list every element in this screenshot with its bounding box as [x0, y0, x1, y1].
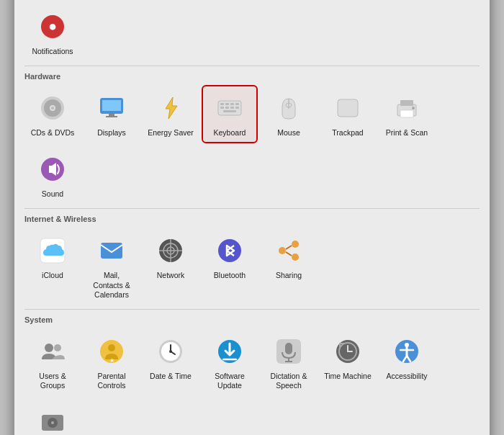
pref-item-mail[interactable]: Mail, Contacts & Calendars [84, 228, 140, 306]
section-label-hardware: Hardware [24, 72, 480, 81]
svg-point-76 [169, 350, 172, 353]
svg-point-62 [292, 241, 299, 248]
pref-item-displays[interactable]: Displays [84, 85, 140, 144]
pref-item-software[interactable]: Software Update [202, 328, 258, 397]
svg-rect-45 [223, 110, 236, 112]
pref-label-notifications: Notifications [32, 47, 73, 57]
pref-label-sound: Sound [42, 189, 63, 199]
svg-point-61 [218, 239, 241, 262]
svg-point-95 [51, 421, 54, 424]
pref-icon-sound [35, 152, 70, 187]
svg-rect-38 [225, 103, 229, 105]
section-grid-system: Users & Groups★Parental ControlsDate & T… [24, 328, 480, 435]
pref-icon-datetime [153, 334, 188, 369]
pref-label-keyboard: Keyboard [214, 128, 246, 138]
pref-label-cds: CDs & DVDs [31, 128, 75, 138]
pref-icon-print [390, 91, 424, 125]
svg-point-63 [279, 247, 286, 254]
pref-item-dock[interactable]: Dock [143, 0, 199, 1]
divider-hardware [24, 208, 480, 209]
svg-rect-39 [230, 103, 234, 105]
pref-label-trackpad: Trackpad [332, 128, 363, 138]
pref-label-datetime: Date & Time [150, 372, 192, 382]
pref-icon-keyboard [212, 91, 247, 125]
svg-rect-42 [225, 107, 229, 109]
pref-item-trackpad[interactable]: Trackpad [320, 85, 376, 144]
pref-item-notifications[interactable]: ●Notifications [24, 4, 81, 63]
svg-rect-34 [109, 114, 114, 116]
pref-icon-users [35, 334, 70, 369]
pref-item-spotlight[interactable]: Spotlight [379, 0, 435, 1]
pref-icon-timemachine [330, 334, 365, 369]
pref-icon-software [212, 334, 247, 369]
pref-label-parental: Parental Controls [88, 372, 135, 391]
pref-item-startdisk[interactable]: Startup Disk [24, 400, 81, 435]
pref-item-general[interactable]: ⚙General [24, 0, 81, 1]
svg-rect-50 [400, 100, 413, 106]
pref-item-datetime[interactable]: Date & Time [143, 328, 199, 397]
pref-label-dictation: Dictation & Speech [265, 372, 312, 391]
svg-line-65 [286, 246, 292, 249]
pref-item-print[interactable]: Print & Scan [379, 85, 435, 144]
pref-item-desktop[interactable]: Desktop & Screen Saver [84, 0, 140, 1]
pref-icon-parental: ★ [94, 334, 129, 369]
svg-rect-55 [101, 243, 122, 259]
svg-text:●: ● [48, 18, 57, 34]
svg-text:★: ★ [109, 357, 114, 364]
pref-item-language[interactable]: Language & Text [261, 0, 317, 1]
pref-item-timemachine[interactable]: Time Machine [320, 328, 376, 397]
svg-rect-33 [102, 100, 121, 111]
pref-item-bluetooth[interactable]: Bluetooth [202, 228, 258, 306]
pref-icon-mouse [271, 91, 306, 125]
pref-item-energy[interactable]: Energy Saver [143, 85, 199, 144]
pref-item-dictation[interactable]: Dictation & Speech [261, 328, 317, 397]
pref-icon-icloud [35, 233, 70, 268]
svg-point-70 [108, 344, 115, 351]
pref-item-sharing[interactable]: Sharing [261, 228, 317, 306]
section-grid-hardware: CDs & DVDsDisplaysEnergy SaverKeyboardMo… [24, 85, 480, 205]
pref-label-print: Print & Scan [386, 128, 428, 138]
pref-item-parental[interactable]: ★Parental Controls [84, 328, 140, 397]
pref-icon-displays [94, 91, 129, 125]
pref-label-network: Network [157, 271, 185, 281]
pref-label-displays: Displays [97, 128, 126, 138]
pref-icon-energy [153, 91, 188, 125]
pref-label-mouse: Mouse [277, 128, 300, 138]
svg-rect-41 [220, 107, 224, 109]
pref-label-accessibility: Accessibility [386, 372, 427, 382]
pref-label-bluetooth: Bluetooth [214, 271, 246, 281]
pref-item-security[interactable]: Security & Privacy [320, 0, 376, 1]
svg-rect-43 [230, 107, 234, 109]
pref-item-mission[interactable]: Mission Control [202, 0, 258, 1]
pref-item-network[interactable]: Network [143, 228, 199, 306]
pref-item-accessibility[interactable]: Accessibility [379, 328, 435, 397]
pref-item-mouse[interactable]: Mouse [261, 85, 317, 144]
svg-rect-40 [235, 103, 239, 105]
pref-item-keyboard[interactable]: Keyboard [202, 85, 258, 144]
svg-point-31 [51, 107, 54, 109]
svg-point-67 [45, 344, 53, 352]
pref-icon-dictation [271, 334, 306, 369]
pref-icon-cds [35, 91, 70, 125]
pref-icon-bluetooth [212, 233, 247, 268]
svg-rect-48 [338, 99, 358, 117]
pref-icon-startdisk [35, 405, 70, 435]
pref-icon-sharing [271, 233, 306, 268]
section-grid-personal: ⚙GeneralDesktop & Screen SaverDockMissio… [24, 0, 480, 63]
pref-icon-trackpad [330, 91, 365, 125]
divider-internet [24, 309, 480, 310]
pref-icon-accessibility [390, 334, 424, 369]
pref-item-cds[interactable]: CDs & DVDs [24, 85, 81, 144]
svg-rect-35 [106, 116, 117, 117]
pref-label-icloud: iCloud [42, 271, 63, 281]
pref-icon-mail [94, 233, 129, 268]
pref-label-timemachine: Time Machine [324, 372, 372, 382]
svg-point-52 [412, 107, 415, 109]
pref-item-icloud[interactable]: iCloud [24, 228, 81, 306]
pref-label-sharing: Sharing [276, 271, 302, 281]
pref-item-users[interactable]: Users & Groups [24, 328, 81, 397]
pref-item-sound[interactable]: Sound [24, 146, 81, 205]
pref-label-users: Users & Groups [29, 372, 76, 391]
pref-icon-network [153, 233, 188, 268]
preferences-content: Personal⚙GeneralDesktop & Screen SaverDo… [14, 0, 490, 435]
